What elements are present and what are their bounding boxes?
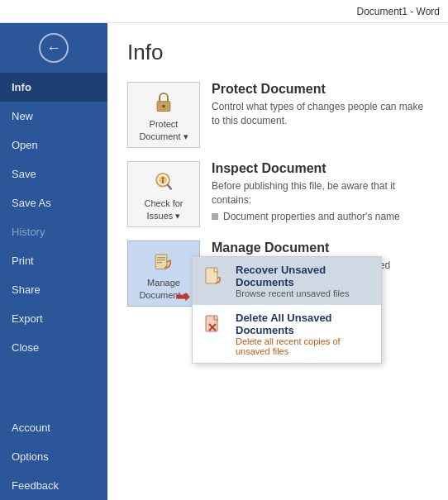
sidebar-item-account[interactable]: Account <box>0 413 107 442</box>
sidebar-item-open[interactable]: Open <box>0 131 107 160</box>
delete-title: Delete All Unsaved Documents <box>236 312 373 336</box>
inspect-sub-item: Document properties and author's name <box>212 211 428 222</box>
title-text: Document1 - Word <box>357 6 440 17</box>
svg-point-4 <box>162 177 164 179</box>
svg-rect-5 <box>162 180 164 183</box>
recover-subtitle: Browse recent unsaved files <box>236 288 373 298</box>
back-button[interactable]: ← <box>0 23 107 73</box>
protect-card: ProtectDocument ▾ Protect Document Contr… <box>127 82 428 148</box>
delete-unsaved-button[interactable]: Delete All Unsaved Documents Delete all … <box>193 305 381 363</box>
inspect-icon <box>149 167 179 196</box>
manage-dropdown: Recover Unsaved Documents Browse recent … <box>192 256 382 364</box>
sidebar-item-history: History <box>0 217 107 246</box>
svg-line-6 <box>168 185 171 189</box>
sidebar-spacer <box>0 362 107 413</box>
lock-icon <box>149 88 179 117</box>
title-bar: Document1 - Word <box>0 0 448 23</box>
recover-unsaved-button[interactable]: Recover Unsaved Documents Browse recent … <box>193 257 381 305</box>
recover-text: Recover Unsaved Documents Browse recent … <box>236 264 373 298</box>
protect-title: Protect Document <box>212 82 428 97</box>
inspect-sub-text: Document properties and author's name <box>223 211 400 222</box>
recover-icon <box>201 264 227 290</box>
protect-document-button[interactable]: ProtectDocument ▾ <box>127 82 200 148</box>
page-title: Info <box>127 40 428 65</box>
sidebar-item-info[interactable]: Info <box>0 73 107 102</box>
svg-point-1 <box>162 105 165 108</box>
delete-subtitle: Delete all recent copies of unsaved file… <box>236 336 373 356</box>
protect-card-text: Protect Document Control what types of c… <box>212 82 428 128</box>
sidebar-item-share[interactable]: Share <box>0 275 107 304</box>
sidebar: ← Info New Open Save Save As History Pri… <box>0 23 107 500</box>
manage-icon <box>149 246 179 275</box>
delete-text: Delete All Unsaved Documents Delete all … <box>236 312 373 356</box>
sidebar-item-print[interactable]: Print <box>0 246 107 275</box>
protect-description: Control what types of changes people can… <box>212 100 428 128</box>
inspect-card: Check forIssues ▾ Inspect Document Befor… <box>127 161 428 227</box>
sidebar-item-export[interactable]: Export <box>0 304 107 333</box>
bullet-icon <box>212 213 218 220</box>
sidebar-item-save-as[interactable]: Save As <box>0 188 107 217</box>
inspect-description: Before publishing this file, be aware th… <box>212 179 428 207</box>
manage-title: Manage Document <box>212 240 428 255</box>
delete-icon <box>201 312 227 338</box>
recover-title: Recover Unsaved Documents <box>236 264 373 288</box>
sidebar-item-options[interactable]: Options <box>0 442 107 471</box>
inspect-card-text: Inspect Document Before publishing this … <box>212 161 428 222</box>
sidebar-item-new[interactable]: New <box>0 102 107 131</box>
svg-rect-12 <box>206 268 217 283</box>
back-circle-icon: ← <box>39 33 69 63</box>
inspect-title: Inspect Document <box>212 161 428 176</box>
main-layout: ← Info New Open Save Save As History Pri… <box>0 23 448 500</box>
sidebar-item-close[interactable]: Close <box>0 333 107 362</box>
arrow-indicator: ➡ <box>175 286 190 307</box>
content-area: Info ProtectDocument ▾ Protect Document … <box>107 23 448 500</box>
sidebar-item-save[interactable]: Save <box>0 160 107 188</box>
check-issues-button[interactable]: Check forIssues ▾ <box>127 161 200 227</box>
sidebar-item-feedback[interactable]: Feedback <box>0 471 107 500</box>
